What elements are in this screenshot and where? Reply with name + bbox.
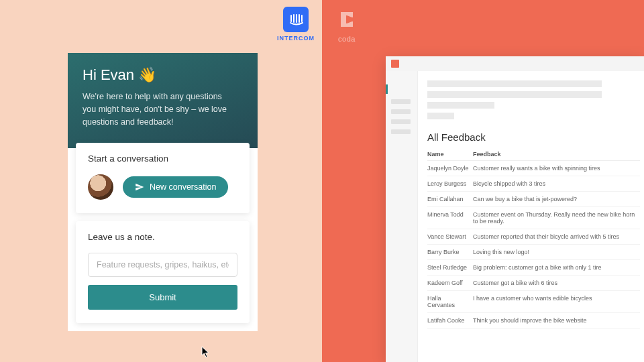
cell-feedback: Think you should improve the bike websit… bbox=[473, 317, 640, 324]
svg-rect-3 bbox=[299, 14, 300, 23]
intercom-widget: Hi Evan 👋 We're here to help with any qu… bbox=[68, 53, 258, 331]
start-conversation-title: Start a conversation bbox=[88, 154, 237, 164]
table-header-row: Name Feedback bbox=[427, 148, 640, 161]
table-row[interactable]: Kadeem GoffCustomer got a bike with 6 ti… bbox=[427, 276, 640, 291]
coda-window: All Feedback Name Feedback Jaquelyn Doyl… bbox=[386, 56, 644, 362]
sidebar-item[interactable] bbox=[391, 99, 411, 104]
cell-name: Leroy Burgess bbox=[427, 180, 473, 187]
sidebar-item[interactable] bbox=[391, 129, 411, 134]
table-row[interactable]: Halla CervantesI have a customer who wan… bbox=[427, 291, 640, 313]
cell-feedback: Customer got a bike with 6 tires bbox=[473, 280, 640, 286]
table-row[interactable]: Leroy BurgessBicycle shipped with 3 tire… bbox=[427, 176, 640, 192]
cell-name: Steel Rutledge bbox=[427, 264, 473, 271]
col-header-name: Name bbox=[427, 151, 473, 158]
feedback-table: Name Feedback Jaquelyn DoyleCustomer rea… bbox=[427, 148, 640, 328]
cell-feedback: I have a customer who wants edible bicyc… bbox=[473, 295, 640, 308]
cell-name: Kadeem Goff bbox=[427, 280, 473, 286]
cell-name: Minerva Todd bbox=[427, 211, 473, 225]
wave-icon: 👋 bbox=[138, 66, 156, 84]
table-row[interactable]: Steel RutledgeBig problem: customer got … bbox=[427, 260, 640, 276]
intercom-header: Hi Evan 👋 We're here to help with any qu… bbox=[68, 53, 258, 148]
cell-feedback: Loving this new logo! bbox=[473, 249, 640, 255]
coda-logo-icon bbox=[334, 7, 360, 32]
placeholder-bars bbox=[427, 80, 640, 119]
cell-feedback: Big problem: customer got a bike with on… bbox=[473, 264, 640, 271]
agent-avatar bbox=[88, 174, 113, 200]
leave-note-title: Leave us a note. bbox=[88, 232, 237, 242]
cell-name: Jaquelyn Doyle bbox=[427, 165, 473, 172]
table-row[interactable]: Jaquelyn DoyleCustomer really wants a bi… bbox=[427, 161, 640, 176]
cell-feedback: Customer reported that their bicycle arr… bbox=[473, 233, 640, 240]
table-row[interactable]: Minerva ToddCustomer event on Thursday. … bbox=[427, 207, 640, 229]
new-conversation-label: New conversation bbox=[150, 182, 216, 192]
cell-feedback: Can we buy a bike that is jet-powered? bbox=[473, 196, 640, 202]
cell-name: Vance Stewart bbox=[427, 233, 473, 240]
coda-sidebar bbox=[386, 71, 418, 362]
greeting-text: Hi Evan bbox=[83, 66, 134, 84]
greeting-subtext: We're here to help with any questions yo… bbox=[83, 90, 237, 128]
sidebar-item[interactable] bbox=[391, 109, 411, 114]
greeting: Hi Evan 👋 bbox=[83, 66, 243, 84]
table-row[interactable]: Barry BurkeLoving this new logo! bbox=[427, 245, 640, 260]
table-row[interactable]: Emi CallahanCan we buy a bike that is je… bbox=[427, 192, 640, 207]
feedback-title: All Feedback bbox=[427, 131, 640, 143]
start-conversation-card: Start a conversation New conversation bbox=[76, 143, 250, 213]
svg-rect-0 bbox=[290, 15, 292, 22]
intercom-brand-label: INTERCOM bbox=[277, 35, 315, 42]
svg-rect-1 bbox=[293, 14, 294, 23]
cell-name: Barry Burke bbox=[427, 249, 473, 255]
col-header-feedback: Feedback bbox=[473, 151, 640, 158]
intercom-brand: INTERCOM bbox=[277, 7, 315, 42]
cell-name: Emi Callahan bbox=[427, 196, 473, 202]
cell-feedback: Customer event on Thursday. Really need … bbox=[473, 211, 640, 225]
sidebar-item[interactable] bbox=[391, 119, 411, 124]
table-row[interactable]: Latifah CookeThink you should improve th… bbox=[427, 313, 640, 328]
leave-note-card: Leave us a note. Submit bbox=[76, 221, 250, 323]
cell-name: Latifah Cooke bbox=[427, 317, 473, 324]
cell-feedback: Bicycle shipped with 3 tires bbox=[473, 180, 640, 187]
table-row[interactable]: Vance StewartCustomer reported that thei… bbox=[427, 229, 640, 245]
send-icon bbox=[135, 182, 144, 192]
svg-rect-4 bbox=[301, 15, 303, 22]
coda-doc-icon bbox=[391, 60, 399, 68]
new-conversation-button[interactable]: New conversation bbox=[123, 176, 228, 198]
cell-feedback: Customer really wants a bike with spinni… bbox=[473, 165, 640, 172]
active-tab-indicator bbox=[386, 84, 388, 94]
coda-brand-label: coda bbox=[334, 35, 360, 43]
cell-name: Halla Cervantes bbox=[427, 295, 473, 308]
note-input[interactable] bbox=[88, 253, 237, 277]
coda-brand: coda bbox=[334, 7, 360, 43]
submit-button[interactable]: Submit bbox=[88, 285, 237, 310]
svg-rect-2 bbox=[296, 14, 297, 23]
intercom-logo-icon bbox=[283, 7, 309, 32]
coda-main: All Feedback Name Feedback Jaquelyn Doyl… bbox=[418, 71, 644, 362]
coda-titlebar bbox=[386, 56, 644, 71]
